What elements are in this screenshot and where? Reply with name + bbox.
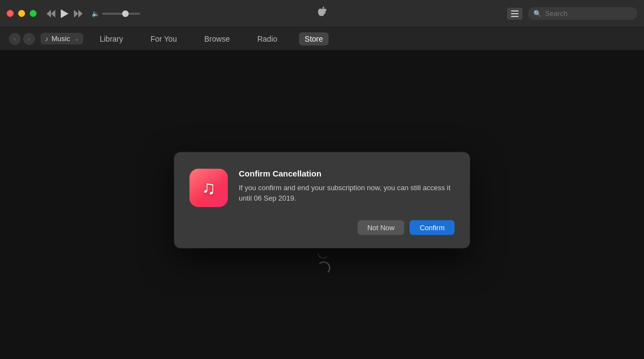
search-box[interactable]: 🔍	[528, 7, 637, 20]
nav-library[interactable]: Library	[94, 32, 129, 45]
nav-links: Library For You Browse Radio Store	[94, 32, 329, 45]
play-button[interactable]	[61, 9, 68, 18]
nav-browse[interactable]: Browse	[199, 32, 235, 45]
nav-for-you[interactable]: For You	[145, 32, 182, 45]
svg-marker-1	[47, 10, 51, 18]
volume-track[interactable]	[102, 13, 140, 15]
dialog-title: Confirm Cancellation	[239, 168, 455, 178]
minimize-button[interactable]	[18, 10, 25, 17]
list-view-button[interactable]	[507, 8, 522, 20]
nav-store[interactable]: Store	[299, 32, 328, 45]
svg-marker-3	[74, 10, 78, 18]
volume-slider[interactable]: 🔈	[91, 10, 140, 18]
titlebar: 🔈 🔍	[0, 0, 644, 27]
svg-rect-7	[511, 16, 519, 17]
maximize-button[interactable]	[30, 10, 37, 17]
app-dropdown-icon: ⌄	[74, 36, 79, 42]
app-music-icon: ♪	[45, 35, 48, 43]
app-selector[interactable]: ♪ Music ⌄	[41, 33, 83, 44]
svg-marker-4	[78, 10, 83, 18]
app-label-text: Music	[51, 35, 70, 43]
back-button[interactable]: ‹	[9, 33, 21, 45]
nav-radio[interactable]: Radio	[252, 32, 283, 45]
volume-thumb[interactable]	[122, 10, 129, 17]
svg-rect-6	[511, 13, 519, 14]
confirm-button[interactable]: Confirm	[410, 220, 455, 235]
confirm-dialog: ♫ Confirm Cancellation If you confirm an…	[174, 152, 470, 248]
search-icon: 🔍	[533, 10, 542, 18]
dialog-text: Confirm Cancellation If you confirm and …	[239, 168, 455, 203]
not-now-button[interactable]: Not Now	[358, 220, 405, 235]
nav-arrows: ‹ ›	[9, 33, 35, 45]
svg-rect-5	[511, 10, 519, 12]
search-input[interactable]	[545, 9, 632, 18]
close-button[interactable]	[7, 10, 14, 17]
playback-controls: 🔈	[47, 9, 140, 18]
right-controls: 🔍	[507, 7, 637, 20]
app-icon: ♫	[189, 168, 228, 207]
forward-button[interactable]: ›	[23, 33, 35, 45]
svg-marker-0	[51, 10, 55, 18]
svg-marker-2	[61, 9, 68, 18]
rewind-button[interactable]	[47, 10, 55, 18]
window-controls	[7, 10, 37, 17]
dialog-body: ♫ Confirm Cancellation If you confirm an…	[189, 168, 455, 207]
navbar: ‹ › ♪ Music ⌄ Library For You Browse Rad…	[0, 27, 644, 50]
main-content: ♫ Confirm Cancellation If you confirm an…	[0, 50, 644, 359]
apple-logo	[317, 7, 327, 20]
dialog-buttons: Not Now Confirm	[189, 220, 455, 235]
dialog-message: If you confirm and end your subscription…	[239, 182, 455, 203]
fast-forward-button[interactable]	[74, 10, 83, 18]
music-note-icon: ♫	[202, 177, 216, 198]
